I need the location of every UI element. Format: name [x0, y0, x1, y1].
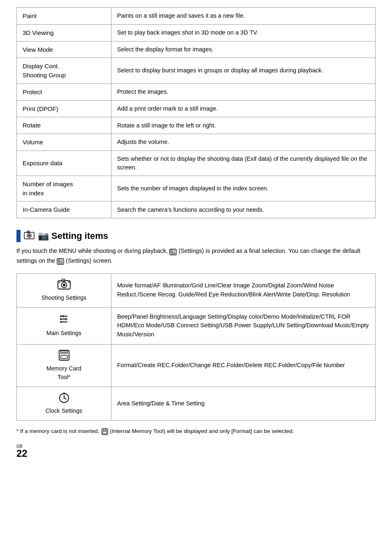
term-cell: In-Camera Guide	[17, 201, 111, 218]
table-row: RotateRotate a still image to the left o…	[17, 117, 376, 134]
settings-row: Clock SettingsArea Setting/Date & Time S…	[17, 386, 376, 420]
settings-icon-label: Main Settings	[46, 329, 81, 338]
desc-cell: Add a print order mark to a still image.	[111, 100, 376, 117]
page-footer: GB 22	[16, 444, 376, 458]
term-cell: Display Cont.Shooting Group	[17, 58, 111, 84]
memory-tool-icon	[101, 428, 110, 435]
settings-icon-cell: Main Settings	[17, 307, 111, 344]
settings-icon-cell: Clock Settings	[17, 386, 111, 420]
settings-desc-cell: Area Setting/Date & Time Setting	[111, 386, 376, 420]
term-cell: Exposure data	[17, 150, 111, 176]
desc-cell: Protect the images.	[111, 83, 376, 100]
settings-icon-label: Shooting Settings	[42, 294, 87, 302]
settings-icon-cell: Shooting Settings	[17, 273, 111, 307]
table-row: In-Camera GuideSearch the camera’s funct…	[17, 201, 376, 218]
term-cell: Rotate	[17, 117, 111, 134]
icon-cell: Main Settings	[23, 314, 105, 338]
table-row: Exposure dataSets whether or not to disp…	[17, 150, 376, 176]
svg-rect-10	[58, 259, 60, 261]
table-row: VolumeAdjusts the volume.	[17, 134, 376, 151]
svg-point-36	[63, 392, 65, 393]
desc-cell: Sets the number of images displayed in t…	[111, 176, 376, 201]
desc-cell: Set to play back images shot in 3D mode …	[111, 24, 376, 41]
svg-point-22	[60, 318, 62, 320]
term-cell: Paint	[17, 8, 111, 25]
icon-cell: Shooting Settings	[23, 279, 105, 302]
desc-cell: Rotate a still image to the left or righ…	[111, 117, 376, 134]
section-title: 📷 Setting items	[38, 231, 108, 241]
settings-desc-cell: Beep/Panel Brightness/Language Setting/D…	[111, 307, 376, 344]
settings-desc-cell: Format/Create REC.Folder/Change REC.Fold…	[111, 344, 376, 386]
desc-cell: Select to display burst images in groups…	[111, 58, 376, 84]
icon-cell: Memory CardTool*	[23, 349, 105, 382]
svg-rect-5	[171, 250, 173, 252]
page-number: 22	[16, 449, 28, 458]
desc-cell: Paints on a still image and saves it as …	[111, 8, 376, 25]
settings-icon-label: Clock Settings	[46, 407, 82, 415]
table-row: ProtectProtect the images.	[17, 83, 376, 100]
settings-row: Main SettingsBeep/Panel Brightness/Langu…	[17, 307, 376, 344]
term-cell: Protect	[17, 83, 111, 100]
icon-cell: Clock Settings	[23, 392, 105, 415]
svg-rect-39	[103, 431, 107, 433]
settings-desc-cell: Movie format/AF Illuminator/Grid Line/Cl…	[111, 273, 376, 307]
footnote: * If a memory card is not inserted, (Int…	[16, 427, 376, 436]
table-row: 3D ViewingSet to play back images shot i…	[17, 24, 376, 41]
svg-point-3	[28, 235, 30, 237]
desc-cell: Adjusts the volume.	[111, 134, 376, 151]
settings-icon-inline	[169, 247, 177, 256]
table-row: Display Cont.Shooting GroupSelect to dis…	[17, 58, 376, 84]
settings-table: Shooting SettingsMovie format/AF Illumin…	[16, 273, 376, 421]
page-number-area: GB 22	[16, 444, 28, 458]
table-row: View ModeSelect the display format for i…	[17, 41, 376, 58]
settings-row: Shooting SettingsMovie format/AF Illumin…	[17, 273, 376, 307]
blue-accent-bar	[16, 230, 21, 242]
svg-point-18	[59, 282, 60, 283]
term-cell: Volume	[17, 134, 111, 151]
table-row: Number of imagesin indexSets the number …	[17, 176, 376, 201]
clock-icon	[58, 392, 70, 405]
svg-point-24	[60, 321, 62, 323]
settings-icon-label: Memory CardTool*	[46, 364, 81, 382]
settings-row: Memory CardTool*Format/Create REC.Folder…	[17, 344, 376, 386]
svg-point-20	[60, 315, 62, 317]
term-cell: Print (DPOF)	[17, 100, 111, 117]
term-cell: 3D Viewing	[17, 24, 111, 41]
svg-point-34	[63, 397, 65, 398]
desc-cell: Search the camera’s functions according …	[111, 201, 376, 218]
svg-rect-2	[27, 231, 30, 233]
main-table: PaintPaints on a still image and saves i…	[16, 7, 376, 218]
desc-cell: Select the display format for images.	[111, 41, 376, 58]
table-row: Print (DPOF)Add a print order mark to a …	[17, 100, 376, 117]
main-icon	[59, 314, 69, 327]
svg-point-16	[63, 284, 65, 286]
term-cell: Number of imagesin index	[17, 176, 111, 201]
memory-icon	[58, 349, 70, 363]
term-cell: View Mode	[17, 41, 111, 58]
section-heading: 📷 Setting items	[16, 230, 376, 242]
shooting-icon	[58, 279, 71, 292]
svg-rect-27	[61, 355, 67, 359]
settings-icon-cell: Memory CardTool*	[17, 344, 111, 386]
settings-icon-inline2	[57, 256, 64, 266]
section-intro: If you touch the MENU while shooting or …	[16, 246, 376, 266]
desc-cell: Sets whether or not to display the shoot…	[111, 150, 376, 176]
table-row: PaintPaints on a still image and saves i…	[17, 8, 376, 25]
settings-section-icon	[24, 231, 35, 241]
